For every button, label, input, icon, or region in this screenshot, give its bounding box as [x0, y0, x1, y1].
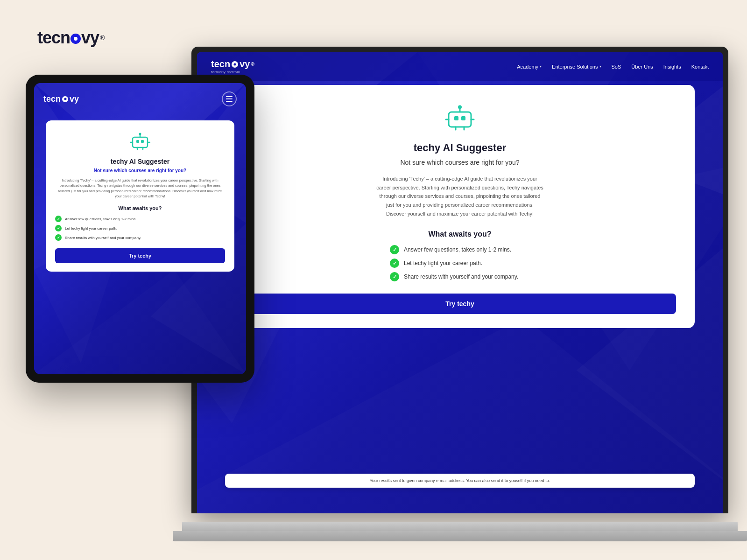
- list-item: Let techy light your career path.: [55, 225, 225, 231]
- check-icon-3: [390, 272, 399, 281]
- main-logo: tecnvy ®: [37, 28, 105, 48]
- list-item: Answer few questions, takes only 1-2 min…: [390, 245, 530, 254]
- nav-label: Kontakt: [691, 64, 709, 70]
- tablet-logo-o-icon: [62, 96, 68, 102]
- tablet-device: tecnvy: [26, 75, 254, 383]
- laptop-base-body: [182, 522, 738, 532]
- chevron-down-icon: ▾: [540, 64, 542, 69]
- laptop-screen: tecnvy® formerly tectrain Academy ▾ Ente…: [197, 52, 723, 513]
- svg-rect-7: [133, 137, 148, 147]
- svg-rect-27: [461, 116, 465, 120]
- tablet-card-title: techy AI Suggester: [55, 158, 225, 165]
- logo-after: vy: [81, 28, 99, 47]
- tablet-try-techy-button[interactable]: Try techy: [55, 248, 225, 263]
- logo-registered: ®: [100, 34, 105, 42]
- tablet-header: tecnvy: [34, 83, 246, 111]
- laptop-card-what-awaits: What awaits you?: [244, 230, 676, 238]
- list-item-text: Let techy light your career path.: [404, 260, 482, 266]
- nav-item-insights[interactable]: Insights: [663, 64, 681, 70]
- laptop-logo-o-icon: [232, 61, 238, 68]
- laptop-logo-registered: ®: [251, 62, 254, 67]
- nav-item-sos[interactable]: SoS: [612, 64, 621, 70]
- laptop-wrapper: tecnvy® formerly tectrain Academy ▾ Ente…: [173, 47, 747, 560]
- list-item: Share results with yourself and your com…: [55, 234, 225, 241]
- laptop-device: tecnvy® formerly tectrain Academy ▾ Ente…: [173, 47, 747, 541]
- laptop-base-foot: [173, 531, 747, 541]
- laptop-robot-icon: [244, 103, 676, 134]
- tablet-logo: tecnvy: [43, 94, 79, 104]
- hamburger-icon: [226, 96, 233, 102]
- svg-point-29: [458, 105, 462, 109]
- laptop-nav-links: Academy ▾ Enterprise Solutions ▾ SoS Übe…: [517, 64, 709, 70]
- chevron-down-icon: ▾: [599, 64, 601, 69]
- laptop-navbar: tecnvy® formerly tectrain Academy ▾ Ente…: [197, 52, 723, 81]
- check-icon-1: [390, 245, 399, 254]
- laptop-base: [173, 513, 747, 541]
- nav-label: Enterprise Solutions: [552, 64, 598, 70]
- list-item-text: Share results with yourself and your com…: [65, 236, 141, 240]
- logo-before: tecn: [37, 28, 70, 47]
- tablet-card-list: Answer few questions, takes only 1-2 min…: [55, 216, 225, 241]
- laptop-bottom-bar: Your results sent to given company e-mai…: [225, 474, 695, 488]
- svg-point-11: [139, 133, 141, 135]
- svg-rect-25: [449, 112, 471, 127]
- nav-item-academy[interactable]: Academy ▾: [517, 64, 542, 70]
- list-item: Answer few questions, takes only 1-2 min…: [55, 216, 225, 222]
- tablet-card-description: Introducing 'Techy' – a cutting-edge AI …: [55, 178, 225, 199]
- list-item: Share results with yourself and your com…: [390, 272, 530, 281]
- check-icon-1: [55, 216, 62, 222]
- list-item-text: Answer few questions, takes only 1-2 min…: [404, 246, 511, 253]
- laptop-main-card: techy AI Suggester Not sure which course…: [225, 85, 695, 328]
- list-item-text: Let techy light your career path.: [65, 226, 117, 231]
- tablet-card: techy AI Suggester Not sure which course…: [46, 120, 234, 272]
- svg-rect-9: [141, 140, 144, 143]
- list-item-text: Answer few questions, takes only 1-2 min…: [65, 217, 136, 221]
- tablet-screen: tecnvy: [34, 83, 246, 374]
- tablet-logo-before: tecn: [43, 94, 61, 104]
- laptop-try-techy-button[interactable]: Try techy: [244, 294, 676, 314]
- svg-rect-8: [136, 140, 139, 143]
- tablet-robot-icon: [55, 131, 225, 153]
- nav-label: SoS: [612, 64, 621, 70]
- tablet-card-subtitle: Not sure which courses are right for you…: [55, 168, 225, 173]
- list-item-text: Share results with yourself and your com…: [404, 273, 518, 280]
- laptop-card-title: techy AI Suggester: [244, 142, 676, 154]
- svg-rect-26: [454, 116, 458, 120]
- nav-label: Über Uns: [631, 64, 653, 70]
- check-icon-3: [55, 234, 62, 241]
- nav-item-enterprise[interactable]: Enterprise Solutions ▾: [552, 64, 601, 70]
- check-icon-2: [390, 259, 399, 268]
- laptop-nav-subtitle: formerly tectrain: [211, 70, 240, 74]
- laptop-logo-before: tecn: [211, 59, 230, 70]
- laptop-nav-logo: tecnvy® formerly tectrain: [211, 59, 254, 74]
- nav-item-kontakt[interactable]: Kontakt: [691, 64, 709, 70]
- nav-label: Insights: [663, 64, 681, 70]
- laptop-card-subtitle: Not sure which courses are right for you…: [244, 159, 676, 166]
- laptop-card-list: Answer few questions, takes only 1-2 min…: [390, 245, 530, 281]
- laptop-screen-outer: tecnvy® formerly tectrain Academy ▾ Ente…: [191, 47, 728, 513]
- tablet-card-what-awaits: What awaits you?: [55, 205, 225, 211]
- nav-label: Academy: [517, 64, 538, 70]
- main-logo-text: tecnvy: [37, 28, 99, 48]
- tablet-logo-after: vy: [70, 94, 79, 104]
- laptop-card-description: Introducing 'Techy' – a cutting-edge AI …: [376, 175, 544, 218]
- laptop-nav-logo-top: tecnvy®: [211, 59, 254, 70]
- tablet-menu-button[interactable]: [222, 91, 237, 106]
- nav-item-uberuns[interactable]: Über Uns: [631, 64, 653, 70]
- list-item: Let techy light your career path.: [390, 259, 530, 268]
- check-icon-2: [55, 225, 62, 231]
- logo-o-icon: [70, 34, 81, 44]
- laptop-logo-after: vy: [240, 59, 250, 70]
